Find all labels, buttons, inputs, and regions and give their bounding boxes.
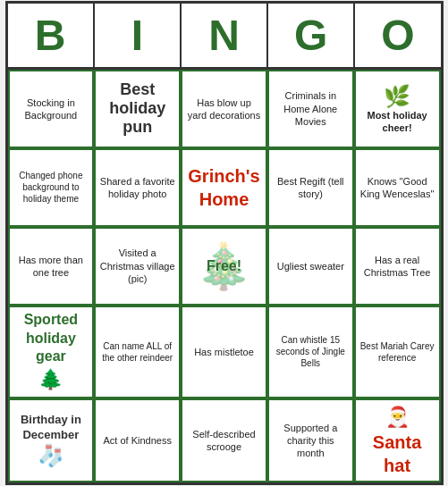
- bingo-grid: Stocking in Background Best holiday pun …: [8, 67, 441, 482]
- cell-23[interactable]: Supported a charity this month: [267, 398, 354, 482]
- stocking-icon: 🧦: [38, 443, 64, 468]
- cell-14[interactable]: Has a real Christmas Tree: [354, 227, 441, 306]
- cell-0[interactable]: Stocking in Background: [8, 70, 95, 148]
- cell-10[interactable]: Has more than one tree: [8, 227, 95, 306]
- cell-1[interactable]: Best holiday pun: [94, 70, 181, 148]
- cell-22[interactable]: Self-described scrooge: [181, 398, 267, 482]
- cell-5[interactable]: Changed phone background to holiday them…: [8, 148, 95, 227]
- cell-6[interactable]: Shared a favorite holiday photo: [94, 148, 181, 227]
- cell-21[interactable]: Act of Kindness: [94, 398, 181, 482]
- cell-18[interactable]: Can whistle 15 seconds of Jingle Bells: [267, 306, 354, 398]
- cell-8[interactable]: Best Regift (tell story): [267, 148, 354, 227]
- cell-20[interactable]: Birthday in December 🧦: [8, 398, 95, 482]
- cell-16[interactable]: Can name ALL of the other reindeer: [94, 306, 181, 398]
- cell-15[interactable]: Sported holiday gear 🌲: [8, 306, 95, 398]
- letter-g: G: [268, 4, 355, 67]
- cell-4[interactable]: 🌿 Most holiday cheer!: [354, 70, 441, 148]
- cell-11[interactable]: Visited a Christmas village (pic): [94, 227, 181, 306]
- cell-3[interactable]: Criminals in Home Alone Movies: [267, 70, 354, 148]
- santa-icon: 🎅: [385, 406, 410, 429]
- cell-13[interactable]: Ugliest sweater: [267, 227, 354, 306]
- bingo-card: B I N G O Stocking in Background Best ho…: [5, 1, 444, 485]
- bingo-header: B I N G O: [8, 4, 441, 67]
- cell-24[interactable]: 🎅 Santa hat: [354, 398, 441, 482]
- letter-i: I: [95, 4, 182, 67]
- cell-2[interactable]: Has blow up yard decorations: [181, 70, 267, 148]
- tree-icon: 🌲: [38, 368, 63, 391]
- cell-9[interactable]: Knows "Good King Wenceslas": [354, 148, 441, 227]
- cell-7[interactable]: Grinch's Home: [181, 148, 267, 227]
- cell-19[interactable]: Best Mariah Carey reference: [354, 306, 441, 398]
- letter-o: O: [355, 4, 440, 67]
- holly-icon: 🌿: [384, 84, 410, 109]
- cell-17[interactable]: Has mistletoe: [181, 306, 267, 398]
- cell-12-free[interactable]: 🎄 Free!: [181, 227, 267, 306]
- letter-b: B: [8, 4, 95, 67]
- letter-n: N: [182, 4, 268, 67]
